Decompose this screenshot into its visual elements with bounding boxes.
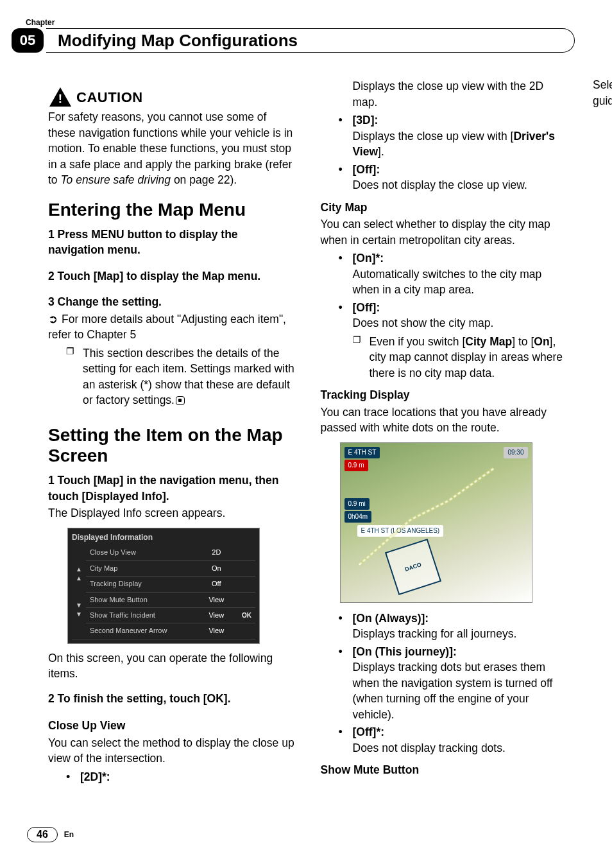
- fig-row-3-val: View: [201, 592, 232, 607]
- end-mark-icon: [176, 396, 185, 405]
- closeup-opt-off-desc: Does not display the close up view.: [353, 178, 527, 191]
- tracking-intro: You can trace locations that you have al…: [321, 404, 568, 436]
- citymap-opt-off-desc: Does not show the city map.: [353, 317, 494, 329]
- closeup-opt-3d-label: [3D]:: [353, 114, 378, 126]
- page: Chapter 05 Modifying Map Configurations …: [0, 0, 612, 868]
- closeup-opt-off-label: [Off]:: [353, 163, 380, 176]
- closeup-options: [2D]*:: [66, 769, 295, 785]
- caution-label: CAUTION: [76, 88, 143, 108]
- section-heading-setting: Setting the Item on the Map Screen: [48, 425, 295, 466]
- citymap-title: City Map: [321, 200, 568, 216]
- caution-body: For safety reasons, you cannot use some …: [48, 109, 295, 188]
- tracking-opt-always: [On (Always)]: Displays tracking for all…: [339, 611, 568, 642]
- step-2-1-after: The Displayed Info screen appears.: [48, 505, 295, 521]
- citymap-opt-on: [On]*: Automatically switches to the cit…: [339, 250, 568, 298]
- closeup-opt-3d-desc-a: Displays the close up view with [: [353, 130, 514, 143]
- closeup-intro: You can select the method to display the…: [48, 735, 295, 767]
- step-1-1: 1 Press MENU button to display the navig…: [48, 227, 295, 258]
- step-1-3: 3 Change the setting.: [48, 294, 295, 310]
- step-1-2: 2 Touch [Map] to display the Map menu.: [48, 268, 295, 284]
- tracking-opt-journey-label: [On (This journey)]:: [353, 645, 457, 658]
- chapter-label: Chapter: [26, 18, 55, 27]
- caution-body-b: on page 22).: [171, 173, 237, 186]
- crossref: For more details about "Adjusting each i…: [48, 311, 295, 343]
- screenshot-tracking-map: E 4TH ST 0.9 m 0.9 mi 0h04m E 4TH ST (LO…: [340, 442, 532, 603]
- step-2-1: 1 Touch [Map] in the navigation menu, th…: [48, 473, 295, 504]
- screenshot-displayed-info: Displayed Information ▲▲▼▼ Close Up View…: [67, 528, 260, 644]
- closeup-opt-2d-desc: Displays the close up view with the 2D m…: [353, 78, 568, 110]
- mute-title: Show Mute Button: [321, 762, 568, 778]
- mute-intro: Selects whether to display or hide the v…: [593, 77, 612, 108]
- tracking-opt-off-label: [Off]*:: [353, 725, 385, 738]
- citymap-intro: You can select whether to display the ci…: [321, 216, 568, 248]
- svg-text:!: !: [58, 92, 62, 105]
- warning-triangle-icon: !: [48, 86, 72, 108]
- page-lang: En: [64, 830, 74, 839]
- fig-row-1-label: City Map: [86, 560, 201, 576]
- tracking-opt-always-desc: Displays tracking for all journeys.: [353, 627, 517, 640]
- citymap-opt-on-desc: Automatically switches to the city map w…: [353, 268, 542, 297]
- citymap-opt-off-label: [Off]:: [353, 301, 380, 314]
- tracking-opt-off: [Off]*: Does not display tracking dots.: [339, 724, 568, 756]
- section-heading-entering: Entering the Map Menu: [48, 200, 295, 220]
- content-columns: ! CAUTION For safety reasons, you cannot…: [48, 77, 567, 810]
- closeup-opt-off: [Off]: Does not display the close up vie…: [339, 162, 568, 193]
- tracking-opt-off-desc: Does not display tracking dots.: [353, 742, 506, 754]
- closeup-opt-2d: [2D]*:: [66, 769, 295, 785]
- citymap-note-mid: ] to [: [512, 335, 534, 348]
- map-route-trace: [353, 462, 519, 571]
- note-list-1: This section describes the details of th…: [66, 345, 295, 408]
- tracking-opt-journey: [On (This journey)]: Displays tracking d…: [339, 644, 568, 723]
- fig-table: ▲▲▼▼ Close Up View2D City MapOn Tracking…: [72, 545, 255, 639]
- citymap-note-bold2: On: [534, 335, 549, 348]
- fig-row-2-val: Off: [201, 577, 232, 592]
- page-footer: 46 En: [27, 827, 74, 842]
- map-label-clock: 09:30: [504, 447, 527, 458]
- after-fig-text: On this screen, you can operate the foll…: [48, 650, 295, 682]
- fig-row-0-label: Close Up View: [86, 545, 201, 560]
- fig-row-1-val: On: [201, 560, 232, 576]
- closeup-opt-3d: [3D]: Displays the close up view with [D…: [339, 112, 568, 160]
- citymap-note: Even if you switch [City Map] to [On], c…: [353, 334, 568, 381]
- fig-row-4-ok: OK: [232, 607, 255, 623]
- note-1-1-text: This section describes the details of th…: [83, 347, 294, 407]
- step-2-2: 2 To finish the setting, touch [OK].: [48, 691, 295, 707]
- fig-row-4-val: View: [201, 607, 232, 623]
- page-number: 46: [27, 827, 58, 842]
- tracking-opt-always-label: [On (Always)]:: [353, 612, 429, 625]
- chapter-title-bubble: Modifying Map Configurations: [46, 28, 575, 53]
- closeup-options-cont: [3D]: Displays the close up view with [D…: [339, 112, 568, 193]
- tracking-opt-journey-desc: Displays tracking dots but erases them w…: [353, 661, 553, 721]
- caution-row: ! CAUTION: [48, 86, 295, 108]
- closeup-title: Close Up View: [48, 718, 295, 734]
- fig-row-2-label: Tracking Display: [86, 577, 201, 592]
- fig-row-5-val: View: [201, 623, 232, 639]
- note-1-1: This section describes the details of th…: [66, 345, 295, 408]
- citymap-opt-on-label: [On]*:: [353, 252, 384, 265]
- map-label-street: E 4TH ST: [344, 447, 380, 458]
- chapter-title: Modifying Map Configurations: [58, 31, 298, 51]
- fig-row-5-label: Second Maneuver Arrow: [86, 623, 201, 639]
- fig-row-4-label: Show Traffic Incident: [86, 607, 201, 623]
- closeup-opt-3d-desc-b: ].: [378, 145, 384, 158]
- citymap-options: [On]*: Automatically switches to the cit…: [339, 250, 568, 381]
- tracking-options: [On (Always)]: Displays tracking for all…: [339, 611, 568, 756]
- chapter-number-pill: 05: [12, 28, 44, 53]
- fig-title: Displayed Information: [72, 532, 255, 543]
- fig-row-0-val: 2D: [201, 545, 232, 560]
- closeup-opt-2d-label: [2D]*:: [80, 770, 110, 783]
- citymap-note-a: Even if you switch [: [370, 335, 466, 348]
- citymap-opt-off: [Off]: Does not show the city map. Even …: [339, 300, 568, 381]
- caution-body-italic: To ensure safe driving: [60, 173, 171, 186]
- tracking-title: Tracking Display: [321, 387, 568, 403]
- citymap-note-bold1: City Map: [465, 335, 512, 348]
- fig-row-3-label: Show Mute Button: [86, 592, 201, 607]
